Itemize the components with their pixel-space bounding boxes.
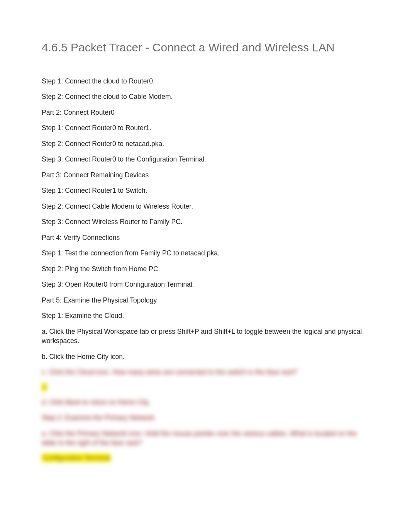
blurred-question: a. Click the Primary Network icon. Hold … bbox=[42, 429, 368, 448]
step-line: Step 1: Examine the Cloud. bbox=[42, 311, 368, 321]
blurred-hidden-content: c. Click the Cloud icon. How many wires … bbox=[42, 367, 368, 462]
substep-line: b. Click the Home City icon. bbox=[42, 352, 368, 362]
part-line: Part 3: Connect Remaining Devices bbox=[42, 170, 368, 180]
blurred-answer-highlight: Configuration Terminal bbox=[42, 454, 368, 462]
step-line: Step 2: Connect the cloud to Cable Modem… bbox=[42, 92, 368, 102]
blurred-question: d. Click Back to return to Home City. bbox=[42, 398, 368, 407]
step-line: Step 3: Connect Router0 to the Configura… bbox=[42, 155, 368, 164]
step-line: Step 2: Ping the Switch from Home PC. bbox=[42, 264, 368, 274]
step-line: Step 3: Connect Wireless Router to Famil… bbox=[42, 217, 368, 227]
step-line: Step 1: Connect Router1 to Switch. bbox=[42, 186, 368, 195]
step-line: Step 1: Connect Router0 to Router1. bbox=[42, 123, 368, 133]
highlight-answer: Configuration Terminal bbox=[42, 454, 111, 462]
blurred-step: Step 2: Examine the Primary Network. bbox=[42, 413, 368, 423]
part-line: Part 2: Connect Router0 bbox=[42, 108, 368, 117]
step-line: Step 1: Connect the cloud to Router0. bbox=[42, 76, 368, 86]
step-line: Step 2: Connect Cable Modem to Wireless … bbox=[42, 202, 368, 211]
page-title: 4.6.5 Packet Tracer - Connect a Wired an… bbox=[42, 40, 368, 55]
substep-line: a. Click the Physical Workspace tab or p… bbox=[42, 327, 368, 346]
step-line: Step 1: Test the connection from Family … bbox=[42, 248, 368, 258]
highlight-answer: 2 bbox=[42, 383, 47, 391]
part-line: Part 4: Verify Connections bbox=[42, 233, 368, 243]
blurred-answer-highlight: 2 bbox=[42, 383, 368, 391]
part-line: Part 5: Examine the Physical Topology bbox=[42, 296, 368, 305]
step-line: Step 3: Open Router0 from Configuration … bbox=[42, 280, 368, 289]
step-line: Step 2: Connect Router0 to netacad.pka. bbox=[42, 139, 368, 149]
document-page: 4.6.5 Packet Tracer - Connect a Wired an… bbox=[0, 0, 410, 491]
blurred-question: c. Click the Cloud icon. How many wires … bbox=[42, 367, 368, 377]
